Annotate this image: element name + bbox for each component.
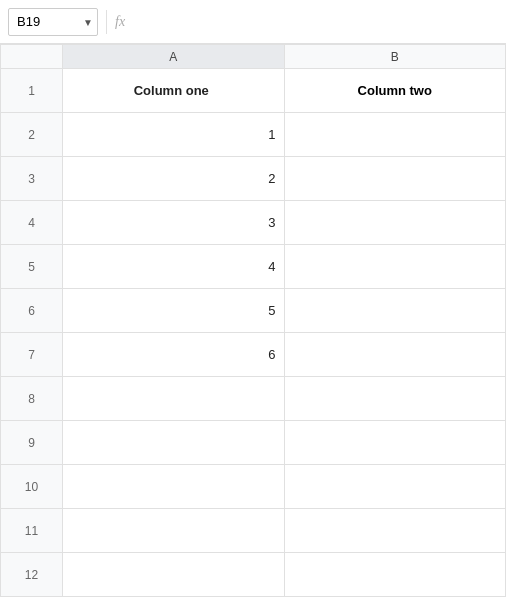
table-row: 21	[1, 113, 506, 157]
row-number: 3	[1, 157, 63, 201]
row-number: 5	[1, 245, 63, 289]
cell-b[interactable]	[284, 201, 506, 245]
column-header-row: A B	[1, 45, 506, 69]
cell-a[interactable]	[63, 421, 284, 465]
table-row: 1Column oneColumn two	[1, 69, 506, 113]
table-row: 65	[1, 289, 506, 333]
row-number: 10	[1, 465, 63, 509]
cell-b[interactable]	[284, 377, 506, 421]
cell-b[interactable]: Column two	[284, 69, 506, 113]
cell-b[interactable]	[284, 509, 506, 553]
cell-a[interactable]: 1	[63, 113, 284, 157]
cell-b[interactable]	[284, 465, 506, 509]
row-number: 7	[1, 333, 63, 377]
row-number: 9	[1, 421, 63, 465]
cell-ref-value: B19	[17, 14, 40, 29]
row-number: 4	[1, 201, 63, 245]
cell-a[interactable]: 4	[63, 245, 284, 289]
cell-a[interactable]	[63, 509, 284, 553]
row-number: 11	[1, 509, 63, 553]
table-row: 11	[1, 509, 506, 553]
cell-b[interactable]	[284, 553, 506, 597]
grid-body: 1Column oneColumn two2132435465768910111…	[1, 69, 506, 597]
row-number: 8	[1, 377, 63, 421]
corner-header	[1, 45, 63, 69]
cell-a[interactable]: 2	[63, 157, 284, 201]
cell-b[interactable]	[284, 113, 506, 157]
cell-a[interactable]: Column one	[63, 69, 284, 113]
cell-b[interactable]	[284, 245, 506, 289]
cell-a[interactable]: 5	[63, 289, 284, 333]
table-row: 54	[1, 245, 506, 289]
row-number: 6	[1, 289, 63, 333]
row-number: 12	[1, 553, 63, 597]
table-row: 43	[1, 201, 506, 245]
grid-table: A B 1Column oneColumn two213243546576891…	[0, 44, 506, 597]
cell-a[interactable]	[63, 377, 284, 421]
cell-ref-dropdown-icon[interactable]: ▼	[83, 16, 93, 27]
cell-a[interactable]	[63, 553, 284, 597]
table-row: 9	[1, 421, 506, 465]
table-row: 8	[1, 377, 506, 421]
col-b-header[interactable]: B	[284, 45, 506, 69]
cell-b[interactable]	[284, 157, 506, 201]
cell-b[interactable]	[284, 289, 506, 333]
row-number: 1	[1, 69, 63, 113]
table-row: 12	[1, 553, 506, 597]
cell-b[interactable]	[284, 421, 506, 465]
cell-reference-box[interactable]: B19 ▼	[8, 8, 98, 36]
table-row: 32	[1, 157, 506, 201]
cell-a[interactable]: 3	[63, 201, 284, 245]
table-row: 10	[1, 465, 506, 509]
cell-a[interactable]	[63, 465, 284, 509]
spreadsheet-grid: A B 1Column oneColumn two213243546576891…	[0, 44, 506, 597]
col-a-header[interactable]: A	[63, 45, 284, 69]
cell-b[interactable]	[284, 333, 506, 377]
formula-bar: B19 ▼ fx	[0, 0, 506, 44]
cell-a[interactable]: 6	[63, 333, 284, 377]
row-number: 2	[1, 113, 63, 157]
table-row: 76	[1, 333, 506, 377]
formula-divider	[106, 10, 107, 34]
fx-label: fx	[115, 14, 125, 30]
